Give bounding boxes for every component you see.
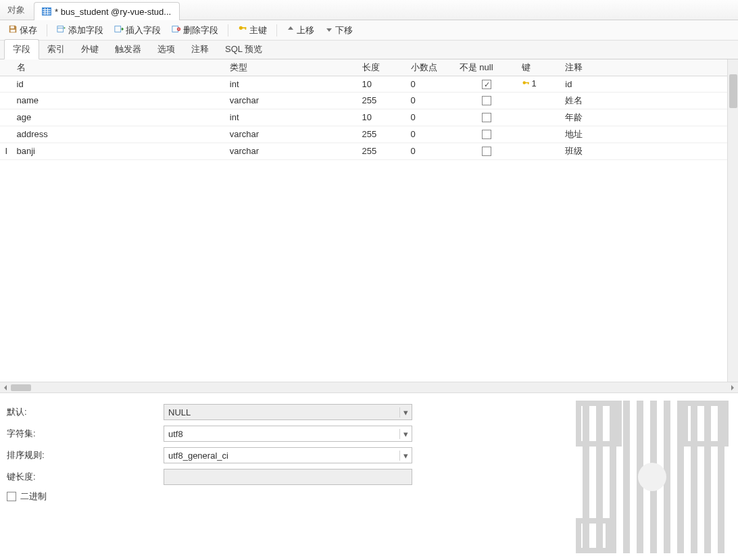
scroll-left-icon[interactable] <box>0 382 11 393</box>
cell-comment[interactable]: 年龄 <box>561 109 738 126</box>
col-decimals[interactable]: 小数点 <box>407 59 456 76</box>
table-row[interactable]: ageint100年龄 <box>0 109 738 126</box>
move-up-button[interactable]: 上移 <box>282 23 318 38</box>
cell-comment[interactable]: 姓名 <box>561 92 738 109</box>
scrollbar-thumb[interactable] <box>11 384 31 391</box>
checkbox-icon[interactable] <box>482 113 491 122</box>
cell-comment[interactable]: 地址 <box>561 126 738 143</box>
cell-decimals[interactable]: 0 <box>407 126 456 143</box>
cell-key[interactable] <box>518 126 561 143</box>
binary-label: 二进制 <box>20 490 47 503</box>
delete-field-icon <box>172 24 181 36</box>
panel-tab-indexes[interactable]: 索引 <box>39 40 73 59</box>
col-type[interactable]: 类型 <box>226 59 358 76</box>
cell-notnull[interactable] <box>456 143 518 159</box>
qr-watermark <box>576 401 729 553</box>
cell-name[interactable]: address <box>13 126 226 143</box>
cell-key[interactable] <box>518 109 561 126</box>
tab-objects[interactable]: 对象 <box>0 0 34 20</box>
save-button[interactable]: 保存 <box>4 23 41 38</box>
cell-type[interactable]: varchar <box>226 92 358 109</box>
charset-combo[interactable]: utf8 ▾ <box>164 426 412 442</box>
svg-rect-5 <box>47 8 48 15</box>
cell-name[interactable]: id <box>13 76 226 93</box>
table-row[interactable]: Ibanjivarchar2550班级 <box>0 143 738 159</box>
checkbox-icon[interactable] <box>482 96 491 105</box>
binary-checkbox[interactable]: 二进制 <box>7 490 439 503</box>
cell-key[interactable] <box>518 143 561 159</box>
cell-name[interactable]: name <box>13 92 226 109</box>
cell-decimals[interactable]: 0 <box>407 109 456 126</box>
vertical-scrollbar[interactable] <box>727 59 738 382</box>
cell-length[interactable]: 255 <box>358 126 407 143</box>
row-marker <box>0 76 13 93</box>
separator <box>228 24 228 36</box>
cell-notnull[interactable] <box>456 126 518 143</box>
scrollbar-thumb[interactable] <box>729 74 737 108</box>
tab-table[interactable]: * bus_student @ry-vue-stud... <box>34 2 180 20</box>
table-icon <box>41 6 52 17</box>
tab-table-label: * bus_student @ry-vue-stud... <box>55 7 171 17</box>
cell-name[interactable]: age <box>13 109 226 126</box>
horizontal-scrollbar[interactable] <box>0 382 738 392</box>
cell-key[interactable]: 1 <box>518 76 561 93</box>
svg-rect-9 <box>57 28 64 28</box>
svg-rect-8 <box>57 26 64 32</box>
checkbox-icon[interactable] <box>482 147 491 156</box>
svg-rect-2 <box>43 11 51 12</box>
default-combo[interactable]: NULL ▾ <box>164 404 412 420</box>
panel-tab-sql[interactable]: SQL 预览 <box>217 40 270 59</box>
cell-comment[interactable]: id <box>561 76 738 93</box>
delete-field-button[interactable]: 删除字段 <box>168 23 222 38</box>
collation-label: 排序规则: <box>7 449 164 461</box>
cell-key[interactable] <box>518 92 561 109</box>
table-row[interactable]: addressvarchar2550地址 <box>0 126 738 143</box>
panel-tab-fk[interactable]: 外键 <box>73 40 107 59</box>
add-field-icon <box>57 24 66 36</box>
cell-decimals[interactable]: 0 <box>407 92 456 109</box>
table-row[interactable]: namevarchar2550姓名 <box>0 92 738 109</box>
cell-notnull[interactable] <box>456 109 518 126</box>
col-name[interactable]: 名 <box>13 59 226 76</box>
cell-type[interactable]: varchar <box>226 143 358 159</box>
insert-field-label: 插入字段 <box>126 24 161 36</box>
col-key[interactable]: 键 <box>518 59 561 76</box>
cell-type[interactable]: varchar <box>226 126 358 143</box>
cell-name[interactable]: banji <box>13 143 226 159</box>
panel-tab-triggers[interactable]: 触发器 <box>107 40 149 59</box>
cell-notnull[interactable] <box>456 92 518 109</box>
primary-key-button[interactable]: 主键 <box>234 23 271 38</box>
cell-type[interactable]: int <box>226 76 358 93</box>
cell-type[interactable]: int <box>226 109 358 126</box>
cell-comment[interactable]: 班级 <box>561 143 738 159</box>
cell-length[interactable]: 255 <box>358 92 407 109</box>
checkbox-icon[interactable] <box>482 80 491 89</box>
svg-rect-4 <box>45 8 45 15</box>
panel-tab-options[interactable]: 选项 <box>149 40 183 59</box>
separator <box>47 24 47 36</box>
cell-decimals[interactable]: 0 <box>407 76 456 93</box>
keylength-input[interactable] <box>164 469 412 485</box>
table-row[interactable]: idint100 1id <box>0 76 738 93</box>
cell-length[interactable]: 10 <box>358 109 407 126</box>
panel-tab-comment[interactable]: 注释 <box>183 40 217 59</box>
col-comment[interactable]: 注释 <box>561 59 738 76</box>
scroll-right-icon[interactable] <box>727 382 738 393</box>
checkbox-icon[interactable] <box>482 130 491 139</box>
insert-field-button[interactable]: 插入字段 <box>110 23 165 38</box>
col-length[interactable]: 长度 <box>358 59 407 76</box>
panel-tab-fields[interactable]: 字段 <box>4 39 39 59</box>
cell-length[interactable]: 255 <box>358 143 407 159</box>
add-field-button[interactable]: 添加字段 <box>53 23 107 38</box>
collation-combo[interactable]: utf8_general_ci ▾ <box>164 447 412 463</box>
svg-rect-19 <box>528 82 529 84</box>
add-field-label: 添加字段 <box>68 24 103 36</box>
col-notnull[interactable]: 不是 null <box>456 59 518 76</box>
chevron-down-icon: ▾ <box>399 429 412 439</box>
move-down-button[interactable]: 下移 <box>321 23 357 38</box>
cell-length[interactable]: 10 <box>358 76 407 93</box>
fields-grid[interactable]: 名 类型 长度 小数点 不是 null 键 注释 idint100 1idnam… <box>0 59 738 160</box>
cell-notnull[interactable] <box>456 76 518 93</box>
cell-decimals[interactable]: 0 <box>407 143 456 159</box>
default-label: 默认: <box>7 406 164 418</box>
